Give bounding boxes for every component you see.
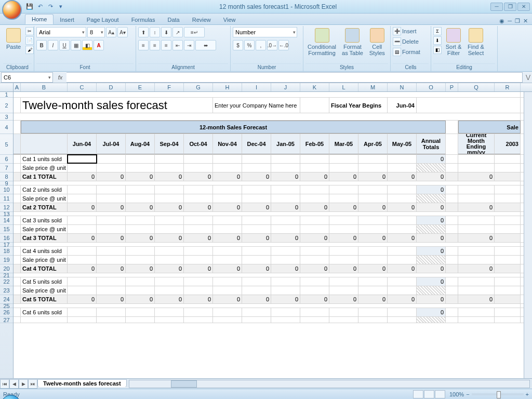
cell[interactable]: Cat 4 units sold	[21, 247, 68, 255]
cell[interactable]	[271, 155, 300, 163]
cell[interactable]: Cat 2 TOTAL	[21, 203, 68, 211]
zoom-slider[interactable]	[472, 393, 524, 395]
cell[interactable]	[329, 256, 358, 264]
cell[interactable]	[495, 308, 521, 316]
cell[interactable]	[271, 194, 300, 203]
row-header[interactable]: 10	[0, 185, 13, 194]
cell[interactable]	[14, 295, 21, 303]
cell[interactable]	[14, 277, 21, 286]
cell[interactable]	[446, 155, 458, 163]
tab-home[interactable]: Home	[25, 14, 54, 24]
cell[interactable]: 0	[417, 277, 446, 286]
cell[interactable]: Nov-04	[213, 134, 242, 154]
cell[interactable]	[458, 317, 495, 323]
cell[interactable]	[184, 185, 213, 194]
underline-button[interactable]: U	[59, 40, 70, 50]
cell[interactable]: 0	[271, 295, 300, 303]
cell[interactable]: 0	[97, 264, 126, 273]
col-header[interactable]: E	[126, 83, 155, 91]
cell[interactable]: 0	[184, 234, 213, 242]
number-format-combo[interactable]: Number	[233, 27, 297, 37]
row-header[interactable]: 14	[0, 216, 13, 225]
cell[interactable]	[155, 155, 184, 163]
copy-icon[interactable]: 📄	[25, 36, 34, 45]
help-icon[interactable]: ◉	[499, 18, 504, 24]
cell[interactable]	[329, 317, 358, 323]
cell[interactable]: 0	[329, 203, 358, 211]
cell[interactable]	[155, 286, 184, 295]
col-header[interactable]: I	[242, 83, 271, 91]
cell[interactable]	[14, 243, 521, 246]
orientation-icon[interactable]: ↗	[172, 27, 183, 37]
cell[interactable]: Sale price @ unit	[21, 225, 68, 233]
cell[interactable]	[358, 185, 388, 194]
cell[interactable]: Cat 6 units sold	[21, 308, 68, 316]
cell[interactable]	[97, 277, 126, 286]
doc-close-icon[interactable]: ✕	[523, 18, 528, 24]
cell[interactable]	[213, 277, 242, 286]
cell[interactable]: Fiscal Year Begins	[329, 98, 388, 113]
cell[interactable]: 0	[184, 172, 213, 181]
cell[interactable]	[155, 256, 184, 264]
merge-center-button[interactable]: ⬌	[195, 40, 216, 50]
cell[interactable]	[388, 256, 417, 264]
cell[interactable]	[271, 317, 300, 323]
cell[interactable]	[213, 216, 242, 224]
cell[interactable]	[213, 317, 242, 323]
cell[interactable]	[446, 295, 458, 303]
cell[interactable]	[14, 185, 21, 194]
cell[interactable]	[14, 113, 521, 120]
cell[interactable]	[213, 247, 242, 255]
cell[interactable]	[126, 225, 155, 233]
cell[interactable]	[242, 277, 271, 286]
col-header[interactable]: M	[358, 83, 388, 91]
doc-minimize-icon[interactable]: ─	[508, 18, 512, 24]
cell[interactable]	[14, 181, 521, 185]
cell[interactable]	[417, 317, 446, 323]
cell[interactable]: 0	[388, 234, 417, 242]
cell[interactable]: Sale	[458, 121, 521, 134]
row-header[interactable]: 2	[0, 98, 13, 113]
cell[interactable]	[21, 317, 68, 323]
cell[interactable]: 12-month Sales Forecast	[21, 121, 446, 134]
comma-icon[interactable]: ,	[256, 40, 266, 50]
cell[interactable]	[184, 164, 213, 172]
cell[interactable]	[495, 286, 521, 295]
cell[interactable]: 0	[68, 203, 97, 211]
cell[interactable]: Jun-04	[388, 98, 417, 113]
cell[interactable]: 0	[155, 172, 184, 181]
cell[interactable]	[300, 247, 329, 255]
cell[interactable]	[68, 277, 97, 286]
cell[interactable]	[184, 247, 213, 255]
cell[interactable]	[14, 155, 21, 163]
cell[interactable]: 0	[358, 234, 388, 242]
cell[interactable]: 0	[417, 295, 446, 303]
cell[interactable]	[300, 286, 329, 295]
cell[interactable]	[184, 216, 213, 224]
cell[interactable]	[155, 277, 184, 286]
cell[interactable]: 0	[358, 203, 388, 211]
cell[interactable]: Mar-05	[329, 134, 358, 154]
cell[interactable]	[388, 247, 417, 255]
col-header[interactable]: L	[329, 83, 358, 91]
cell[interactable]	[495, 164, 521, 172]
cell[interactable]: 0	[213, 172, 242, 181]
cell[interactable]	[417, 98, 521, 113]
cell[interactable]	[271, 225, 300, 233]
cell[interactable]: Cat 3 TOTAL	[21, 234, 68, 242]
zoom-in-icon[interactable]: +	[526, 391, 529, 397]
cell[interactable]	[155, 308, 184, 316]
cell[interactable]	[242, 247, 271, 255]
cell[interactable]	[300, 185, 329, 194]
sheet-tab[interactable]: Twelve-month sales forecast	[37, 379, 127, 387]
cell[interactable]	[14, 317, 21, 323]
cell[interactable]: 0	[213, 295, 242, 303]
bold-button[interactable]: B	[36, 40, 47, 50]
cell[interactable]: 0	[155, 203, 184, 211]
format-painter-icon[interactable]: 🖌	[25, 46, 34, 54]
cell[interactable]: 0	[155, 234, 184, 242]
cell[interactable]	[126, 164, 155, 172]
cell[interactable]	[495, 247, 521, 255]
view-layout-icon[interactable]	[424, 390, 434, 398]
cell[interactable]: Apr-05	[358, 134, 388, 154]
